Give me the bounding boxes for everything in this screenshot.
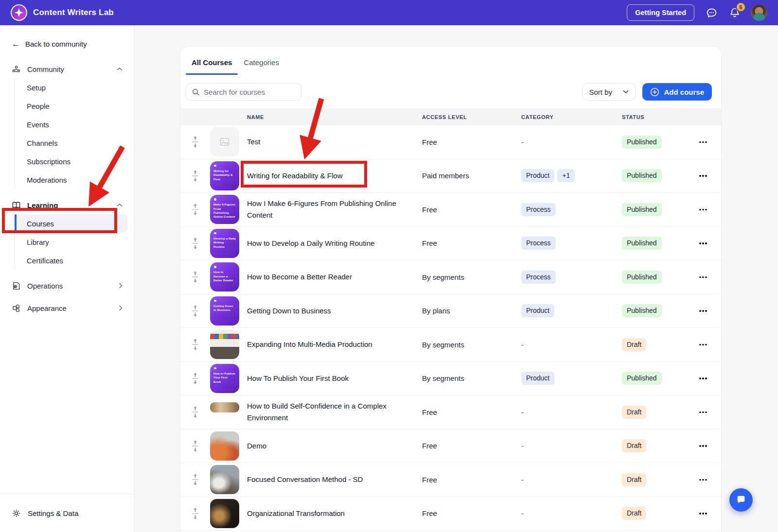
access-level-value: Free bbox=[422, 509, 521, 517]
chat-widget-button[interactable] bbox=[729, 488, 753, 512]
course-thumbnail: Make 6-Figures From Publishing Online Co… bbox=[210, 195, 239, 224]
table-row-how-to-develop-a-daily-writing-routine[interactable]: Develop a Daily Writing RoutineHow to De… bbox=[180, 227, 721, 261]
access-level-value: By segments bbox=[422, 374, 521, 382]
course-name[interactable]: Getting Down to Business bbox=[247, 305, 422, 317]
row-actions-menu-icon[interactable] bbox=[696, 138, 710, 146]
course-thumbnail-cell bbox=[210, 330, 247, 359]
course-name[interactable]: Writing for Readability & Flow bbox=[247, 170, 422, 182]
table-row-writing-for-readability-flow[interactable]: Writing for Readability & FlowWriting fo… bbox=[180, 159, 721, 193]
table-row-test[interactable]: TestFree-Published bbox=[180, 125, 721, 159]
category-badge: Process bbox=[521, 237, 556, 250]
course-name[interactable]: Expanding Into Multi-Media Production bbox=[247, 339, 422, 350]
sidebar-item-setup[interactable]: Setup bbox=[15, 78, 134, 97]
sidebar-item-operations[interactable]: Operations bbox=[0, 276, 134, 295]
access-level-value: Free bbox=[422, 408, 521, 416]
course-thumbnail-cell: How to Publish Your First Book bbox=[210, 364, 247, 393]
row-actions-menu-icon[interactable] bbox=[696, 274, 710, 281]
course-thumbnail-cell bbox=[210, 465, 247, 494]
sort-by-label: Sort by bbox=[589, 88, 612, 96]
thumbnail-mini-title: Make 6-Figures From Publishing Online Co… bbox=[213, 203, 236, 219]
drag-handle-icon[interactable] bbox=[180, 372, 210, 385]
course-name[interactable]: How to Build Self-Confidence in a Comple… bbox=[247, 400, 422, 424]
drag-handle-icon[interactable] bbox=[180, 136, 210, 148]
table-row-organizational-transformation[interactable]: Organizational TransformationFree-Draft bbox=[180, 497, 721, 531]
category-badge: Product bbox=[521, 304, 554, 317]
course-thumbnail: Writing for Readability & Flow bbox=[210, 161, 239, 190]
course-name[interactable]: Organizational Transformation bbox=[247, 508, 422, 519]
table-row-demo[interactable]: DemoFree-Draft bbox=[180, 429, 721, 463]
tab-categories[interactable]: Categories bbox=[238, 58, 285, 75]
row-actions-menu-icon[interactable] bbox=[696, 206, 710, 214]
sidebar-item-subscriptions[interactable]: Subscriptions bbox=[15, 152, 134, 171]
row-actions-menu-icon[interactable] bbox=[696, 476, 710, 484]
search-input[interactable] bbox=[204, 88, 295, 96]
course-search[interactable] bbox=[186, 83, 301, 101]
drag-handle-icon[interactable] bbox=[180, 271, 210, 283]
row-actions-menu-icon[interactable] bbox=[696, 172, 710, 180]
row-actions-menu-icon[interactable] bbox=[696, 409, 710, 416]
drag-handle-icon[interactable] bbox=[180, 507, 210, 520]
row-actions-menu-icon[interactable] bbox=[696, 510, 710, 517]
drag-handle-icon[interactable] bbox=[180, 473, 210, 486]
status-badge: Published bbox=[622, 304, 662, 317]
row-actions-menu-icon[interactable] bbox=[696, 442, 710, 450]
getting-started-button[interactable]: Getting Started bbox=[627, 4, 694, 21]
row-actions-menu-icon[interactable] bbox=[696, 240, 710, 247]
category-cell: Process bbox=[521, 271, 622, 284]
status-badge: Published bbox=[622, 169, 662, 182]
learning-items-list: CoursesLibraryCertificates bbox=[15, 214, 134, 270]
course-name[interactable]: How To Publish Your First Book bbox=[247, 373, 422, 384]
tab-all-courses[interactable]: All Courses bbox=[186, 58, 238, 75]
thumbnail-mini-title: Writing for Readability & Flow bbox=[213, 169, 236, 181]
notifications-button[interactable]: 5 bbox=[728, 6, 741, 19]
sidebar-item-channels[interactable]: Channels bbox=[15, 134, 134, 152]
row-actions-menu-icon[interactable] bbox=[696, 375, 710, 382]
add-course-button[interactable]: Add course bbox=[642, 83, 712, 101]
chat-widget-icon bbox=[736, 495, 746, 505]
drag-handle-icon[interactable] bbox=[180, 305, 210, 317]
sidebar-section-community[interactable]: Community bbox=[0, 60, 134, 78]
row-actions-menu-icon[interactable] bbox=[696, 341, 710, 349]
table-row-expanding-into-multi-media-production[interactable]: Expanding Into Multi-Media ProductionBy … bbox=[180, 328, 721, 362]
course-name[interactable]: Test bbox=[247, 136, 422, 148]
thumbnail-mini-title: Develop a Daily Writing Routine bbox=[213, 237, 236, 249]
sort-by-dropdown[interactable]: Sort by bbox=[582, 83, 636, 101]
community-logo[interactable] bbox=[11, 4, 27, 21]
drag-handle-icon[interactable] bbox=[180, 338, 210, 351]
course-name[interactable]: How I Make 6-Figures From Publishing Onl… bbox=[247, 198, 422, 221]
table-row-how-to-become-a-better-reader[interactable]: How to Become a Better ReaderHow to Beco… bbox=[180, 260, 721, 294]
sidebar-item-library[interactable]: Library bbox=[15, 233, 134, 251]
table-row-how-i-make-6-figures-from-publishing-online-content[interactable]: Make 6-Figures From Publishing Online Co… bbox=[180, 193, 721, 227]
back-arrow-icon: ← bbox=[12, 40, 20, 48]
course-name[interactable]: How to Develop a Daily Writing Routine bbox=[247, 238, 422, 249]
sidebar-item-courses[interactable]: Courses bbox=[15, 214, 127, 233]
sidebar-item-people[interactable]: People bbox=[15, 97, 134, 115]
plus-circle-icon bbox=[650, 87, 659, 97]
course-name[interactable]: Demo bbox=[247, 440, 422, 452]
drag-handle-icon[interactable] bbox=[180, 170, 210, 182]
drag-handle-icon[interactable] bbox=[180, 440, 210, 452]
courses-card: All Courses Categories Sort by Add cours… bbox=[180, 46, 722, 532]
sidebar-item-certificates[interactable]: Certificates bbox=[15, 251, 134, 270]
back-to-community-link[interactable]: ← Back to community bbox=[12, 40, 123, 48]
table-row-how-to-publish-your-first-book[interactable]: How to Publish Your First BookHow To Pub… bbox=[180, 362, 721, 396]
drag-handle-icon[interactable] bbox=[180, 237, 210, 250]
messages-button[interactable] bbox=[705, 6, 718, 19]
drag-handle-icon[interactable] bbox=[180, 406, 210, 418]
sidebar-item-appearance[interactable]: Appearance bbox=[0, 299, 134, 317]
user-avatar[interactable] bbox=[751, 4, 767, 21]
table-row-focused-conversation-method-sd[interactable]: Focused Conversation Method - SDFree-Dra… bbox=[180, 463, 721, 497]
table-row-how-to-build-self-confidence-in-a-complex-environment[interactable]: How to Build Self-Confidence in a Comple… bbox=[180, 395, 721, 429]
course-thumbnail bbox=[210, 465, 239, 494]
row-actions-menu-icon[interactable] bbox=[696, 307, 710, 315]
course-name[interactable]: How to Become a Better Reader bbox=[247, 271, 422, 283]
main-content: All Courses Categories Sort by Add cours… bbox=[135, 25, 778, 532]
sidebar-item-moderations[interactable]: Moderations bbox=[15, 171, 134, 189]
course-name[interactable]: Focused Conversation Method - SD bbox=[247, 474, 422, 485]
sidebar-section-learning[interactable]: Learning bbox=[0, 196, 134, 214]
drag-handle-icon[interactable] bbox=[180, 203, 210, 216]
sidebar-item-events[interactable]: Events bbox=[15, 115, 134, 134]
operations-icon bbox=[12, 281, 21, 291]
settings-and-data-link[interactable]: Settings & Data bbox=[0, 494, 134, 532]
table-row-getting-down-to-business[interactable]: Getting Down to BusinessGetting Down to … bbox=[180, 294, 721, 328]
